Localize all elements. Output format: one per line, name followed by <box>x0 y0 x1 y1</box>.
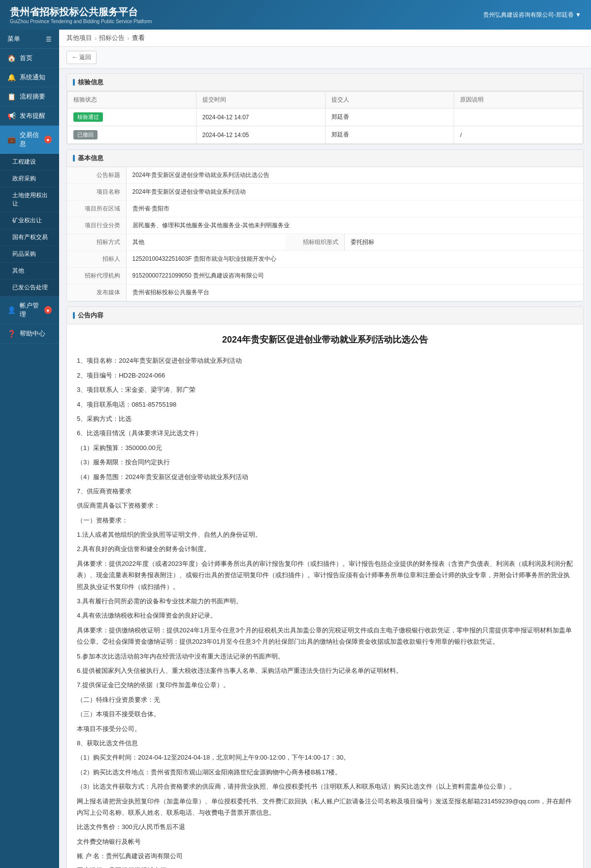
col-status: 核验状态 <box>67 92 197 108</box>
content-paragraph: （一）资格要求： <box>77 515 573 526</box>
content-paragraph: 1.法人或者其他组织的营业执照等证明文件、自然人的身份证明。 <box>77 529 573 540</box>
sidebar-item-publish-reminder[interactable]: 📢 发布提醒 <box>0 106 59 126</box>
industry-label: 项目行业分类 <box>67 217 126 234</box>
sidebar-item-system-notice[interactable]: 🔔 系统通知 <box>0 68 59 87</box>
verify-status: 已撤回 <box>67 126 197 144</box>
account-label: 帐户管理 <box>20 301 44 319</box>
content-paragraph: 4.具有依法缴纳税收和社会保障资金的良好记录。 <box>77 610 573 621</box>
verification-header: 核验信息 <box>67 74 583 91</box>
breadcrumb-current: 查看 <box>132 34 145 42</box>
project-name-row: 项目名称 2024年贵安新区促进创业带动就业系列活动 <box>67 184 583 201</box>
published-label: 已发公告处理 <box>12 283 48 292</box>
state-asset-label: 国有产权交易 <box>12 233 48 242</box>
megaphone-icon: 📢 <box>7 112 16 120</box>
content-paragraph: 网上报名请把营业执照复印件（加盖单位章）、单位授权委托书、文件费汇款回执（私人账… <box>77 796 573 819</box>
sidebar-item-process-guide[interactable]: 📋 流程摘要 <box>0 87 59 106</box>
menu-toggle[interactable]: 菜单 ☰ <box>0 30 59 49</box>
notice-content-title: 公告内容 <box>78 311 103 320</box>
transaction-badge: ● <box>44 136 52 143</box>
content-paragraph: （3）服务期限：按合同约定执行 <box>77 456 573 468</box>
account-badge: ● <box>44 306 52 314</box>
verify-row: 核验通过2024-04-12 14:07郑廷香 <box>67 108 583 126</box>
notice-title-label: 公告标题 <box>67 167 126 184</box>
back-bar: ← 返回 <box>59 47 591 69</box>
notice-title-value: 2024年贵安新区促进创业带动就业系列活动比选公告 <box>126 167 583 184</box>
menu-toggle-icon: ☰ <box>46 35 52 43</box>
content-main-title: 2024年贵安新区促进创业带动就业系列活动比选公告 <box>77 332 573 347</box>
sidebar-item-help[interactable]: ❓ 帮助中心 <box>0 324 59 344</box>
sidebar-item-mining[interactable]: 矿业权出让 <box>0 212 59 229</box>
content-paragraph: 6、比选项目情况（具体要求详见比选文件） <box>77 427 573 439</box>
sidebar-item-home-label: 首页 <box>20 54 33 63</box>
sidebar-item-published[interactable]: 已发公告处理 <box>0 279 59 296</box>
home-icon: 🏠 <box>7 54 16 62</box>
sidebar-item-engineering[interactable]: 工程建设 <box>0 154 59 171</box>
content-paragraph: 本项目不接受分公司。 <box>77 723 573 734</box>
verify-time: 2024-04-12 14:05 <box>196 126 325 144</box>
agent-value: 915200007221099050 贵州弘典建设咨询有限公司 <box>126 268 583 284</box>
content-paragraph: 供应商需具备以下资格要求： <box>77 500 573 511</box>
sidebar-item-transaction-label: 交易信息 <box>20 131 44 148</box>
basic-info-section: 基本信息 公告标题 2024年贵安新区促进创业带动就业系列活动比选公告 项目名称… <box>66 149 584 302</box>
help-label: 帮助中心 <box>20 329 45 338</box>
breadcrumb: 其他项目 › 招标公告 › 查看 <box>59 30 591 47</box>
region-label: 项目所在区域 <box>67 201 126 217</box>
help-icon: ❓ <box>7 330 16 338</box>
menu-label: 菜单 <box>7 35 20 43</box>
logo: 贵州省招标投标公共服务平台 GuiZhou Province Tendering… <box>10 5 152 24</box>
site-title-en: GuiZhou Province Tendering and Bidding P… <box>10 19 152 24</box>
content-paragraph: （二）特殊行业资质要求：无 <box>77 694 573 705</box>
content-paragraph: （2）购买比选文件地点：贵州省贵阳市观山湖区金阳南路世纪金源购物中心商务楼B栋1… <box>77 766 573 778</box>
content-paragraph: 7.提供保证金已交纳的依据（复印件加盖单位公章）。 <box>77 679 573 691</box>
publisher-label: 发布媒体 <box>67 284 126 301</box>
verify-status: 核验通过 <box>67 108 197 126</box>
industry-value: 居民服务、修理和其他服务业-其他服务业-其他未列明服务业 <box>126 217 583 234</box>
sidebar-item-home[interactable]: 🏠 首页 <box>0 49 59 68</box>
notice-content-section: 公告内容 2024年贵安新区促进创业带动就业系列活动比选公告 1、项目名称：20… <box>66 307 584 868</box>
user-info[interactable]: 贵州弘典建设咨询有限公司-郑廷香 ▼ <box>483 11 581 19</box>
breadcrumb-item-1[interactable]: 其他项目 <box>66 34 92 42</box>
basic-info-header: 基本信息 <box>67 150 583 167</box>
publisher-row: 发布媒体 贵州省招标投标公共服务平台 <box>67 284 583 301</box>
project-name-label: 项目名称 <box>67 184 126 201</box>
sidebar-item-goods-purchase[interactable]: 药品采购 <box>0 246 59 263</box>
content-paragraph: 3、项目联系人：宋金姿、梁宇涛、郭广荣 <box>77 384 573 395</box>
sidebar-item-state-asset[interactable]: 国有产权交易 <box>0 229 59 246</box>
briefcase-icon: 💼 <box>7 136 16 143</box>
content-paragraph: （1）购买文件时间：2024-04-12至2024-04-18，北京时间上午9:… <box>77 752 573 763</box>
col-submitter: 提交人 <box>325 92 454 108</box>
engineering-label: 工程建设 <box>12 158 36 166</box>
content-paragraph: 2、项目编号：HD2B-2024-066 <box>77 370 573 381</box>
col-reason: 原因说明 <box>454 92 583 108</box>
bell-icon: 🔔 <box>7 73 16 81</box>
sidebar-item-other[interactable]: 其他 <box>0 263 59 279</box>
bidder-label: 招标人 <box>67 251 126 268</box>
breadcrumb-sep-1: › <box>95 35 97 42</box>
back-button[interactable]: ← 返回 <box>66 51 97 64</box>
notice-content-header: 公告内容 <box>67 307 583 324</box>
submenu: 工程建设 政府采购 土地使用权出让 矿业权出让 国有产权交易 药品采购 其他 已… <box>0 154 59 296</box>
content-paragraph: 账 户 名：贵州弘典建设咨询有限公司 <box>77 850 573 862</box>
verify-reason <box>454 108 583 126</box>
header: 贵州省招标投标公共服务平台 GuiZhou Province Tendering… <box>0 0 591 30</box>
sidebar-item-transaction-info[interactable]: 💼 交易信息 ● <box>0 126 59 154</box>
sidebar-item-land-use[interactable]: 土地使用权出让 <box>0 187 59 212</box>
content-paragraph: 具体要求：提供缴纳税收证明：提供2024年1月至今任意3个月的征税机关出具加盖公… <box>77 625 573 648</box>
sidebar-item-system-notice-label: 系统通知 <box>20 73 45 82</box>
content-paragraph: （1）采购预算：350000.00元 <box>77 442 573 453</box>
breadcrumb-item-2[interactable]: 招标公告 <box>99 34 125 42</box>
verify-reason: / <box>454 126 583 144</box>
sidebar-item-gov-purchase[interactable]: 政府采购 <box>0 171 59 187</box>
content-paragraph: 5、采购方式：比选 <box>77 413 573 424</box>
bid-org-value: 委托招标 <box>345 234 583 251</box>
breadcrumb-sep-2: › <box>127 35 129 42</box>
content-paragraphs: 1、项目名称：2024年贵安新区促进创业带动就业系列活动2、项目编号：HD2B-… <box>77 355 573 868</box>
sidebar: 菜单 ☰ 🏠 首页 🔔 系统通知 📋 流程摘要 📢 发布提醒 💼 交易信息 ● … <box>0 30 59 868</box>
main-content: 其他项目 › 招标公告 › 查看 ← 返回 核验信息 核验状态 提交时间 提交人 <box>59 30 591 868</box>
content-paragraph: （3）比选文件获取方式：凡符合资格要求的供应商，请持营业执照、单位授权委托书（注… <box>77 781 573 792</box>
content-paragraph: 开户银行：贵阳银行世纪城支行 <box>77 865 573 868</box>
sidebar-item-account[interactable]: 👤 帐户管理 ● <box>0 296 59 324</box>
project-name-value: 2024年贵安新区促进创业带动就业系列活动 <box>126 184 583 201</box>
bidder-row: 招标人 12520100432251603F 贵阳市就业与职业技能开发中心 <box>67 251 583 268</box>
region-row: 项目所在区域 贵州省·贵阳市 <box>67 201 583 217</box>
